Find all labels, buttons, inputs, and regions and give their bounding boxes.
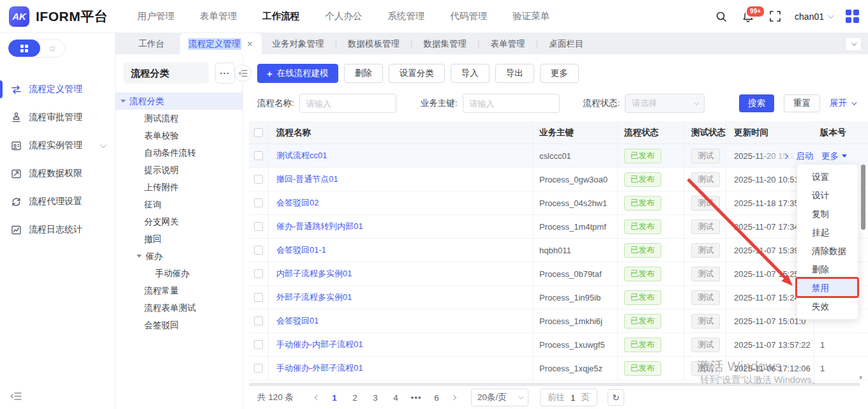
tab-overflow-button[interactable] [845, 37, 862, 51]
goto-page-input[interactable]: 1 [571, 393, 576, 403]
chevron-right-icon[interactable] [783, 153, 788, 158]
sidebar-item-process-log-stats[interactable]: 流程日志统计 [0, 216, 115, 244]
nav-menu-item[interactable]: 系统管理 [384, 10, 428, 22]
tree-node[interactable]: 手动催办 [116, 265, 243, 282]
tree-node[interactable]: 分支网关 [116, 213, 243, 230]
tree-node[interactable]: 流程分类 [116, 93, 243, 110]
nav-menu-item[interactable]: 验证菜单 [509, 10, 553, 22]
tab-item[interactable]: 桌面栏目 [538, 38, 594, 50]
expand-filters-link[interactable]: 展开 [830, 98, 855, 109]
tab-item[interactable]: 数据模板管理 [337, 38, 410, 50]
process-name-link[interactable]: 内部子流程多实例01 [276, 268, 352, 279]
caret-down-icon[interactable] [137, 255, 142, 258]
tree-node[interactable]: 测试流程 [116, 110, 243, 127]
tab-item[interactable]: 数据集管理 [413, 38, 478, 50]
process-name-link[interactable]: 测试流程cc01 [276, 150, 327, 161]
tree-node[interactable]: 上传附件 [116, 179, 243, 196]
process-name-input[interactable] [299, 94, 396, 113]
tree-node[interactable]: 自动条件流转 [116, 144, 243, 161]
start-process-action[interactable]: 启动 [796, 151, 813, 162]
sidebar-item-process-definition[interactable]: 流程定义管理 [0, 75, 115, 103]
caret-down-icon[interactable] [121, 100, 126, 103]
notifications-bell-icon[interactable]: 99+ [741, 10, 755, 24]
tab-item[interactable]: 业务对象管理 [262, 38, 335, 50]
category-more-button[interactable]: ··· [215, 63, 235, 84]
page-number[interactable]: 6 [428, 393, 445, 403]
tree-node[interactable]: 催办 [116, 248, 243, 265]
scrollbar-down-arrow[interactable]: ▾ [859, 374, 862, 381]
refresh-button[interactable]: ↻ [608, 389, 624, 406]
menu-item-settings[interactable]: 设置 [797, 168, 858, 186]
page-number[interactable]: 3 [367, 393, 384, 403]
tab-workbench[interactable]: 工作台 [138, 38, 165, 50]
page-number[interactable]: 4 [387, 393, 404, 403]
tree-node[interactable]: 征询 [116, 196, 243, 213]
tree-node[interactable]: 提示说明 [116, 161, 243, 179]
process-name-link[interactable]: 撤回-普通节点01 [276, 174, 338, 185]
next-page-button[interactable] [447, 396, 461, 399]
select-all-checkbox[interactable] [254, 128, 263, 137]
row-more-action[interactable]: 更多 [821, 151, 847, 162]
row-checkbox[interactable] [254, 364, 263, 373]
sidebar-collapse-icon[interactable] [10, 392, 22, 403]
prev-page-button[interactable] [310, 396, 324, 399]
reset-button[interactable]: 重置 [784, 94, 820, 112]
row-checkbox[interactable] [254, 340, 263, 349]
fullscreen-icon[interactable] [768, 10, 782, 24]
menu-item-clear-data[interactable]: 清除数据 [797, 242, 858, 260]
export-button[interactable]: 导出 [495, 64, 534, 83]
row-checkbox[interactable] [254, 246, 263, 255]
close-icon[interactable]: ✕ [247, 40, 253, 48]
row-checkbox[interactable] [254, 151, 263, 160]
tree-node[interactable]: 表单校验 [116, 127, 243, 144]
process-name-link[interactable]: 会签驳回01-1 [276, 244, 326, 256]
process-name-link[interactable]: 外部子流程多实例01 [276, 292, 352, 303]
process-name-link[interactable]: 手动催办-内部子流程01 [276, 339, 363, 350]
search-icon[interactable] [714, 10, 728, 24]
sidebar-item-process-approval[interactable]: 流程审批管理 [0, 103, 115, 131]
menu-item-copy[interactable]: 复制 [797, 205, 858, 223]
user-menu[interactable]: chan01 [795, 11, 832, 22]
tree-node[interactable]: 撤回 [116, 230, 243, 248]
sidebar-item-process-instance[interactable]: 流程实例管理 [0, 131, 115, 160]
nav-menu-item[interactable]: 代码管理 [446, 10, 491, 22]
process-name-link[interactable]: 会签驳回02 [276, 197, 318, 209]
panel-collapse-icon[interactable] [234, 64, 251, 82]
nav-menu-item[interactable]: 个人办公 [321, 10, 366, 22]
process-name-link[interactable]: 手动催办-外部子流程01 [276, 362, 363, 374]
nav-menu-item[interactable]: 工作流程 [258, 10, 303, 22]
sidebar-item-process-proxy[interactable]: 流程代理设置 [0, 188, 115, 216]
vertical-scrollbar-thumb[interactable] [861, 165, 865, 230]
page-number[interactable]: 1 [326, 393, 343, 403]
row-checkbox[interactable] [254, 269, 263, 278]
tree-node[interactable]: 流程常量 [116, 282, 243, 299]
menu-item-disable[interactable]: 禁用 [797, 279, 858, 297]
row-checkbox[interactable] [254, 198, 263, 207]
apps-grid-icon[interactable] [845, 10, 859, 24]
process-name-link[interactable]: 催办-普通跳转到内部01 [276, 221, 363, 232]
tab-process-definition[interactable]: 流程定义管理 ✕ [180, 33, 262, 54]
nav-menu-item[interactable]: 表单管理 [196, 10, 241, 22]
menu-item-suspend[interactable]: 挂起 [797, 223, 858, 242]
process-name-link[interactable]: 会签驳回01 [276, 315, 318, 327]
more-button[interactable]: 更多 [540, 64, 579, 83]
set-category-button[interactable]: 设置分类 [389, 64, 445, 83]
page-size-select[interactable]: 20条/页 [471, 389, 528, 406]
favorites-star-toggle[interactable]: ☆ [40, 40, 64, 57]
create-process-button[interactable]: + 在线流程建模 [257, 64, 338, 83]
menu-item-delete[interactable]: 删除 [797, 260, 858, 279]
row-checkbox[interactable] [254, 293, 263, 302]
process-status-select[interactable]: 请选择 [625, 94, 705, 113]
nav-menu-item[interactable]: 用户管理 [133, 10, 178, 22]
menu-grid-toggle[interactable] [8, 40, 40, 57]
tree-node[interactable]: 流程表单测试 [116, 299, 243, 316]
tree-node[interactable]: 会签驳回 [116, 316, 243, 334]
page-number[interactable]: 2 [347, 393, 363, 403]
business-key-input[interactable] [463, 94, 560, 113]
row-checkbox[interactable] [254, 316, 263, 325]
menu-item-design[interactable]: 设计 [797, 186, 858, 205]
row-checkbox[interactable] [254, 222, 263, 231]
menu-item-invalidate[interactable]: 失效 [797, 297, 858, 316]
sidebar-item-process-data-permission[interactable]: 流程数据权限 [0, 160, 115, 188]
import-button[interactable]: 导入 [451, 64, 490, 83]
